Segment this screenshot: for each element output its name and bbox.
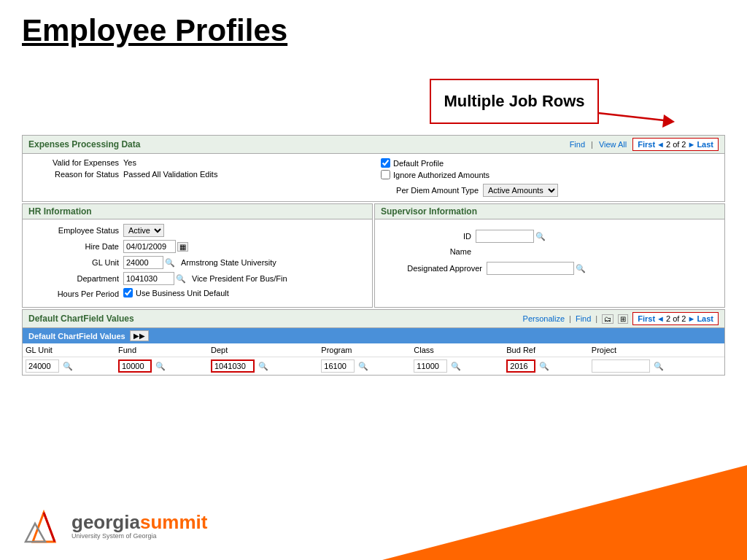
cf-first-btn[interactable]: First <box>638 314 655 323</box>
col-fund: Fund <box>115 343 208 357</box>
last-btn[interactable]: Last <box>697 140 713 149</box>
gl-unit-name: Armstrong State University <box>181 258 276 267</box>
department-input[interactable] <box>123 272 174 285</box>
logo-text: georgia summit University System of Geor… <box>71 511 207 540</box>
bud-ref-cell: 🔍 <box>503 357 589 376</box>
cf-fund-search[interactable]: 🔍 <box>155 362 166 370</box>
employee-status-label: Employee Status <box>28 226 123 235</box>
hr-section: HR Information Employee Status Active Hi… <box>22 203 373 308</box>
department-search-icon[interactable]: 🔍 <box>176 274 186 284</box>
hours-per-period-checkbox[interactable] <box>123 288 133 298</box>
reason-status-value: Passed All Validation Edits <box>123 170 217 179</box>
gl-unit-search-icon[interactable]: 🔍 <box>165 258 175 268</box>
chartfield-view-icon[interactable]: 🗂 <box>602 314 614 324</box>
expenses-pagination: First ◄ 2 of 2 ► Last <box>632 138 719 151</box>
expenses-nav: Find | View All First ◄ 2 of 2 ► Last <box>570 138 719 151</box>
program-cell: 🔍 <box>318 357 411 376</box>
employee-status-select[interactable]: Active <box>123 224 164 237</box>
per-diem-row: Per Diem Amount Type Active Amounts <box>381 184 719 197</box>
expenses-body: Valid for Expenses Yes Reason for Status… <box>23 154 724 201</box>
department-name: Vice President For Bus/Fin <box>192 274 287 283</box>
supervisor-id-search-icon[interactable]: 🔍 <box>535 232 546 241</box>
view-all-link[interactable]: View All <box>599 140 627 149</box>
gl-unit-cell: 🔍 <box>23 357 115 376</box>
cf-dept-search[interactable]: 🔍 <box>258 362 268 370</box>
chartfield-find-link[interactable]: Find <box>576 314 591 323</box>
cf-class-search[interactable]: 🔍 <box>451 362 461 370</box>
hr-supervisor-row: HR Information Employee Status Active Hi… <box>22 203 725 308</box>
supervisor-id-label: ID <box>381 232 476 241</box>
calendar-icon[interactable]: ▦ <box>177 242 188 252</box>
valid-expenses-row: Valid for Expenses Yes <box>28 158 366 167</box>
hr-section-title: HR Information <box>28 206 92 217</box>
logo-subtitle: University System of Georgia <box>71 532 207 540</box>
ignore-authorized-checkbox[interactable] <box>381 170 390 179</box>
department-label: Department <box>28 274 123 283</box>
col-gl-unit: GL Unit <box>23 343 115 357</box>
cf-program-search[interactable]: 🔍 <box>358 362 368 370</box>
cf-gl-unit-input[interactable] <box>26 359 59 373</box>
first-btn[interactable]: First <box>638 140 655 149</box>
hours-per-period-label: Hours Per Period <box>28 289 123 298</box>
supervisor-section-body: ID 🔍 Name Designated Approver 🔍 <box>375 219 724 282</box>
fund-cell: 🔍 <box>115 357 208 376</box>
class-cell: 🔍 <box>411 357 503 376</box>
chartfield-personalize-link[interactable]: Personalize <box>523 314 565 323</box>
default-profile-label: Default Profile <box>393 159 444 168</box>
cf-next-btn[interactable]: ► <box>687 314 695 323</box>
cf-class-input[interactable] <box>414 359 447 373</box>
svg-marker-1 <box>662 114 675 128</box>
expenses-right: Default Profile Ignore Authorized Amount… <box>366 158 719 197</box>
logo-area: georgia summit University System of Geor… <box>22 505 207 545</box>
expenses-section: Expenses Processing Data Find | View All… <box>22 135 725 202</box>
chartfield-pagination: First ◄ 2 of 2 ► Last <box>632 312 719 325</box>
cf-program-input[interactable] <box>321 359 355 373</box>
hire-date-input[interactable] <box>123 240 176 253</box>
hr-section-body: Employee Status Active Hire Date ▦ GL Un… <box>23 219 372 307</box>
cf-bud-ref-search[interactable]: 🔍 <box>539 362 549 370</box>
supervisor-id-input[interactable] <box>476 230 534 243</box>
cf-fund-input[interactable] <box>118 359 152 373</box>
supervisor-id-row: ID 🔍 <box>381 230 719 243</box>
designated-approver-input[interactable] <box>487 262 574 275</box>
next-btn[interactable]: ► <box>687 140 695 149</box>
cf-gl-unit-search[interactable]: 🔍 <box>63 362 73 370</box>
cf-page-count: 2 of 2 <box>666 314 686 323</box>
chartfield-grid-icon[interactable]: ⊞ <box>618 314 628 324</box>
find-link[interactable]: Find <box>570 140 585 149</box>
gl-unit-input[interactable] <box>123 256 163 269</box>
chartfield-expand-icon[interactable]: ▶▶ <box>130 330 149 341</box>
chartfield-subheader: Default ChartField Values ▶▶ <box>23 328 724 343</box>
annotation-box: Multiple Job Rows <box>430 79 599 124</box>
hr-section-header: HR Information <box>23 204 372 219</box>
page-title: Employee Profiles <box>0 0 309 55</box>
orange-triangle <box>382 465 747 560</box>
cf-bud-ref-input[interactable] <box>506 359 535 373</box>
supervisor-section-header: Supervisor Information <box>375 204 724 219</box>
ignore-authorized-label: Ignore Authorized Amounts <box>393 171 489 179</box>
designated-approver-search-icon[interactable]: 🔍 <box>576 264 586 273</box>
table-row: 🔍 🔍 🔍 🔍 <box>23 357 724 376</box>
supervisor-section-title: Supervisor Information <box>381 206 477 217</box>
cf-prev-btn[interactable]: ◄ <box>657 314 665 323</box>
cf-last-btn[interactable]: Last <box>697 314 713 323</box>
gl-unit-label: GL Unit <box>28 258 123 267</box>
default-profile-checkbox[interactable] <box>381 158 390 168</box>
employee-status-row: Employee Status Active <box>28 224 366 237</box>
cf-project-search[interactable]: 🔍 <box>654 362 664 370</box>
prev-btn[interactable]: ◄ <box>657 140 665 149</box>
col-program: Program <box>318 343 411 357</box>
supervisor-name-label: Name <box>381 247 476 256</box>
reason-status-row: Reason for Status Passed All Validation … <box>28 170 366 179</box>
cf-project-input[interactable] <box>592 359 650 373</box>
hire-date-label: Hire Date <box>28 242 123 251</box>
default-profile-row: Default Profile <box>381 158 719 168</box>
per-diem-select[interactable]: Active Amounts <box>483 184 558 197</box>
department-row: Department 🔍 Vice President For Bus/Fin <box>28 272 366 285</box>
hours-per-period-text: Use Business Unit Default <box>136 289 229 298</box>
col-bud-ref: Bud Ref <box>503 343 589 357</box>
cf-dept-input[interactable] <box>211 359 255 373</box>
page-count: 2 of 2 <box>666 140 686 149</box>
hours-per-period-row: Hours Per Period Use Business Unit Defau… <box>28 288 366 300</box>
col-dept: Dept <box>208 343 318 357</box>
